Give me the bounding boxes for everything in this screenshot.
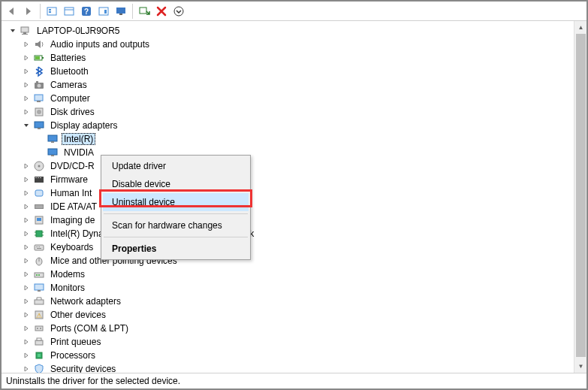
expander-icon[interactable]: [21, 215, 32, 225]
expander-icon[interactable]: [21, 201, 32, 212]
device-category-cameras[interactable]: Cameras: [5, 78, 574, 92]
expander-icon[interactable]: [21, 283, 32, 293]
vertical-scrollbar[interactable]: ▲ ▼: [574, 21, 586, 373]
expander-icon[interactable]: [21, 39, 32, 50]
imaging-icon: [33, 214, 45, 226]
device-category-network-adapters[interactable]: Network adapters: [5, 295, 574, 308]
tree-item-label: DVD/CD-R: [48, 160, 97, 172]
monitor-cat-icon: [33, 282, 45, 294]
device-category-modems[interactable]: Modems: [5, 268, 574, 281]
show-hidden-icon[interactable]: [44, 3, 60, 20]
expander-icon[interactable]: [21, 120, 32, 131]
expander-icon[interactable]: [21, 66, 32, 77]
expander-icon[interactable]: [21, 350, 32, 361]
expander-icon[interactable]: [21, 53, 32, 63]
tree-item-label: Security devices: [48, 363, 118, 373]
expander-icon[interactable]: [21, 323, 32, 334]
scroll-thumb[interactable]: [576, 34, 586, 357]
context-menu[interactable]: Update driverDisable deviceUninstall dev…: [101, 155, 251, 260]
device-category-monitors[interactable]: Monitors: [5, 281, 574, 295]
expander-icon[interactable]: [21, 255, 32, 266]
expander-icon[interactable]: [21, 107, 32, 117]
other-icon: [33, 309, 45, 321]
expander-icon[interactable]: [8, 26, 18, 36]
device-root[interactable]: LAPTOP-0LJR9OR5: [5, 24, 574, 38]
tree-item-label: LAPTOP-0LJR9OR5: [35, 25, 122, 37]
toolbar: [2, 2, 586, 21]
tree-item-label: Cameras: [48, 79, 89, 91]
dropdown-icon[interactable]: [170, 3, 187, 20]
device-category-security-devices[interactable]: Security devices: [5, 362, 574, 373]
expander-icon[interactable]: [21, 364, 32, 373]
device-category-audio-inputs-and-outputs[interactable]: Audio inputs and outputs: [5, 38, 574, 51]
expander-icon[interactable]: [21, 269, 32, 280]
context-menu-item-update-driver[interactable]: Update driver: [103, 157, 249, 175]
mouse-icon: [33, 255, 45, 267]
disk-icon: [33, 106, 45, 118]
expander-icon[interactable]: [21, 174, 32, 185]
device-item-intel-r[interactable]: Intel(R): [5, 132, 574, 146]
expander-icon[interactable]: [21, 80, 32, 90]
back-icon[interactable]: [3, 3, 20, 20]
device-tree[interactable]: LAPTOP-0LJR9OR5Audio inputs and outputsB…: [2, 21, 574, 373]
device-category-batteries[interactable]: Batteries: [5, 51, 574, 65]
tree-item-label: Keyboards: [48, 241, 95, 253]
expander-icon[interactable]: [21, 93, 32, 104]
device-category-ports-com-lpt[interactable]: Ports (COM & LPT): [5, 322, 574, 335]
device-category-dvd-cd-r[interactable]: DVD/CD-R: [5, 159, 574, 173]
device-category-bluetooth[interactable]: Bluetooth: [5, 65, 574, 78]
tree-item-label: Bluetooth: [48, 65, 91, 77]
security-icon: [33, 363, 45, 373]
context-menu-item-scan-for-hardware-changes[interactable]: Scan for hardware changes: [103, 216, 249, 234]
device-category-human-int[interactable]: Human Int: [5, 186, 574, 200]
help-icon[interactable]: [78, 3, 95, 20]
monitor-icon[interactable]: [113, 3, 129, 20]
hid-icon: [33, 187, 45, 199]
expander-icon[interactable]: [21, 296, 32, 307]
device-category-computer[interactable]: Computer: [5, 92, 574, 105]
device-category-ide-ata-at[interactable]: IDE ATA/AT: [5, 200, 574, 213]
device-category-other-devices[interactable]: Other devices: [5, 308, 574, 322]
device-category-processors[interactable]: Processors: [5, 349, 574, 362]
device-category-mice-and-other-pointing-devices[interactable]: Mice and other pointing devices: [5, 254, 574, 268]
battery-icon: [33, 52, 45, 64]
device-category-keyboards[interactable]: Keyboards: [5, 240, 574, 254]
device-category-print-queues[interactable]: Print queues: [5, 335, 574, 349]
speaker-icon: [33, 38, 45, 50]
context-menu-item-uninstall-device[interactable]: Uninstall device: [103, 193, 249, 211]
tree-item-label: Disk drives: [48, 106, 97, 118]
display-icon: [47, 147, 59, 159]
expander-icon[interactable]: [21, 242, 32, 252]
status-bar: Uninstalls the driver for the selected d…: [2, 373, 586, 388]
display-icon: [47, 133, 59, 145]
scan-icon[interactable]: [136, 3, 152, 20]
network-icon: [33, 295, 45, 307]
device-category-disk-drives[interactable]: Disk drives: [5, 105, 574, 119]
expander-icon[interactable]: [21, 188, 32, 198]
scroll-down-button[interactable]: ▼: [574, 360, 586, 373]
expander-icon[interactable]: [21, 228, 32, 239]
tree-item-label: Other devices: [48, 309, 108, 321]
context-menu-item-properties[interactable]: Properties: [103, 240, 249, 258]
display-icon: [33, 119, 45, 132]
context-menu-item-disable-device[interactable]: Disable device: [103, 175, 249, 193]
device-category-intel-r-dynamic-platform-and-thermal-framework[interactable]: Intel(R) Dynamic Platform and Thermal Fr…: [5, 227, 574, 240]
device-category-firmware[interactable]: Firmware: [5, 173, 574, 186]
camera-icon: [33, 79, 45, 91]
tree-item-label: IDE ATA/AT: [48, 201, 99, 213]
expander-icon[interactable]: [21, 161, 32, 171]
properties-icon[interactable]: [95, 3, 112, 20]
device-category-imaging-de[interactable]: Imaging de: [5, 213, 574, 227]
tree-item-label: Human Int: [48, 187, 94, 199]
forward-icon[interactable]: [20, 3, 37, 20]
tree-item-label: Processors: [48, 349, 98, 361]
scroll-up-button[interactable]: ▲: [574, 21, 586, 34]
device-category-display-adapters[interactable]: Display adapters: [5, 119, 574, 132]
devices-icon[interactable]: [61, 3, 77, 20]
expander-icon[interactable]: [21, 310, 32, 320]
toolbar-separator: [40, 4, 41, 19]
status-text: Uninstalls the driver for the selected d…: [6, 376, 180, 386]
remove-icon[interactable]: [153, 3, 170, 20]
expander-icon[interactable]: [21, 337, 32, 347]
device-item-nvidia[interactable]: NVIDIA: [5, 146, 574, 159]
